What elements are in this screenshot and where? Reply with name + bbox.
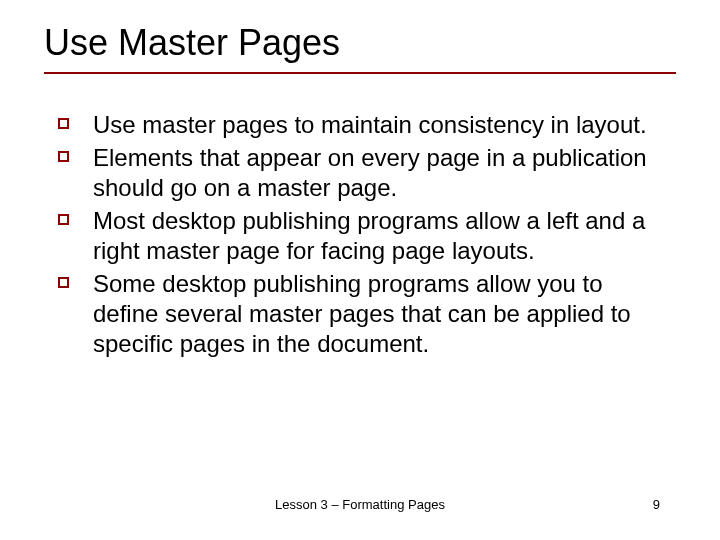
list-item: Use master pages to maintain consistency… — [58, 110, 662, 140]
slide: Use Master Pages Use master pages to mai… — [0, 0, 720, 540]
square-bullet-icon — [58, 151, 69, 162]
list-item: Elements that appear on every page in a … — [58, 143, 662, 203]
footer-text: Lesson 3 – Formatting Pages — [0, 497, 720, 512]
slide-body: Use master pages to maintain consistency… — [44, 110, 676, 359]
bullet-text: Elements that appear on every page in a … — [93, 143, 662, 203]
bullet-text: Some desktop publishing programs allow y… — [93, 269, 662, 359]
square-bullet-icon — [58, 277, 69, 288]
title-underline — [44, 72, 676, 74]
square-bullet-icon — [58, 118, 69, 129]
bullet-list: Use master pages to maintain consistency… — [58, 110, 662, 359]
list-item: Some desktop publishing programs allow y… — [58, 269, 662, 359]
page-number: 9 — [653, 497, 660, 512]
list-item: Most desktop publishing programs allow a… — [58, 206, 662, 266]
bullet-text: Use master pages to maintain consistency… — [93, 110, 647, 140]
square-bullet-icon — [58, 214, 69, 225]
slide-title: Use Master Pages — [44, 22, 676, 64]
bullet-text: Most desktop publishing programs allow a… — [93, 206, 662, 266]
